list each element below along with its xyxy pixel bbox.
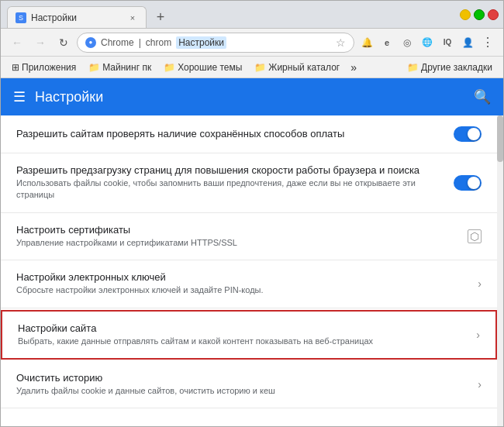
address-path: chrom bbox=[146, 37, 171, 48]
payment-toggle-knob bbox=[468, 128, 480, 140]
apps-icon: ⊞ bbox=[12, 62, 19, 73]
settings-item-keys-desc: Сбросьте настройки электронных ключей и … bbox=[16, 284, 465, 296]
settings-item-certificates-desc: Управление настройками и сертификатами H… bbox=[16, 237, 455, 249]
settings-item-history-text: Очистить историю Удалить файлы cookie и … bbox=[16, 372, 465, 397]
settings-item-site[interactable]: Настройки сайта Выбрать, какие данные от… bbox=[1, 310, 497, 360]
settings-item-preload-action bbox=[454, 175, 482, 191]
address-highlight: Настройки bbox=[176, 36, 226, 49]
bookmark-mining-label: Майнинг пк bbox=[102, 62, 151, 73]
other-bookmarks[interactable]: 📁 Другие закладки bbox=[402, 60, 497, 74]
site-arrow-icon: › bbox=[476, 329, 480, 341]
settings-header: ☰ Настройки 🔍 bbox=[1, 78, 503, 115]
settings-item-history-title: Очистить историю bbox=[16, 372, 465, 384]
preload-toggle[interactable] bbox=[454, 175, 482, 191]
settings-item-payment-action bbox=[454, 126, 482, 142]
scrollbar[interactable] bbox=[497, 115, 503, 426]
settings-item-history-action: › bbox=[478, 378, 482, 391]
settings-item-preload-title: Разрешить предзагрузку страниц для повыш… bbox=[16, 164, 441, 176]
close-button[interactable] bbox=[488, 9, 499, 20]
nav-icons-group: 🔔 e ◎ 🌐 IQ 👤 ⋮ bbox=[357, 33, 497, 52]
tab-label: Настройки bbox=[31, 12, 77, 23]
active-tab[interactable]: S Настройки × bbox=[7, 6, 147, 28]
title-bar: S Настройки × + bbox=[1, 1, 503, 29]
scrollbar-thumb[interactable] bbox=[497, 115, 503, 162]
keys-arrow-icon: › bbox=[478, 277, 482, 290]
settings-item-keys-action: › bbox=[478, 277, 482, 290]
bookmark-mining[interactable]: 📁 Майнинг пк bbox=[84, 60, 156, 74]
settings-item-history[interactable]: Очистить историю Удалить файлы cookie и … bbox=[1, 361, 497, 408]
settings-search-icon[interactable]: 🔍 bbox=[474, 88, 491, 105]
notification-icon[interactable]: 🔔 bbox=[357, 33, 376, 52]
settings-item-keys-text: Настройки электронных ключей Сбросьте на… bbox=[16, 271, 465, 296]
back-button[interactable]: ← bbox=[7, 33, 27, 53]
bookmark-catalog-label: Жирный каталог bbox=[268, 62, 340, 73]
window-controls bbox=[455, 1, 503, 28]
bookmarks-bar: ⊞ Приложения 📁 Майнинг пк 📁 Хорошие темы… bbox=[1, 57, 503, 78]
history-arrow-icon: › bbox=[478, 378, 482, 391]
settings-item-site-text: Настройки сайта Выбрать, какие данные от… bbox=[18, 322, 464, 347]
settings-item-site-title: Настройки сайта bbox=[18, 322, 464, 334]
browser-window: S Настройки × + ← → ↻ ● Chrome | chrom Н… bbox=[0, 0, 504, 427]
settings-item-keys[interactable]: Настройки электронных ключей Сбросьте на… bbox=[1, 260, 497, 308]
settings-content: Разрешить сайтам проверять наличие сохра… bbox=[1, 115, 503, 426]
folder-icon-1: 📁 bbox=[88, 62, 100, 73]
bookmark-apps-label: Приложения bbox=[22, 62, 76, 73]
bookmark-apps[interactable]: ⊞ Приложения bbox=[7, 60, 81, 74]
settings-item-certificates-text: Настроить сертификаты Управление настрой… bbox=[16, 224, 455, 249]
settings-page-title: Настройки bbox=[35, 89, 464, 105]
settings-item-site-desc: Выбрать, какие данные отправлять сайтам … bbox=[18, 336, 464, 347]
iq-icon[interactable]: IQ bbox=[438, 33, 457, 52]
settings-item-preload[interactable]: Разрешить предзагрузку страниц для повыш… bbox=[1, 153, 497, 213]
other-bookmarks-icon: 📁 bbox=[407, 62, 419, 73]
tab-favicon: S bbox=[16, 12, 26, 23]
address-separator: | bbox=[139, 37, 141, 48]
bookmark-catalog[interactable]: 📁 Жирный каталог bbox=[250, 60, 344, 74]
payment-toggle[interactable] bbox=[454, 126, 482, 142]
settings-item-certificates-action: ⬡ bbox=[468, 229, 482, 243]
address-bar[interactable]: ● Chrome | chrom Настройки ☆ bbox=[77, 33, 354, 53]
extension-icon-e[interactable]: e bbox=[378, 33, 396, 52]
settings-item-preload-text: Разрешить предзагрузку страниц для повыш… bbox=[16, 164, 441, 201]
tabs-area: S Настройки × + bbox=[1, 1, 455, 28]
new-tab-button[interactable]: + bbox=[150, 6, 171, 28]
external-link-icon: ⬡ bbox=[468, 229, 482, 243]
settings-item-payment-title: Разрешить сайтам проверять наличие сохра… bbox=[16, 128, 441, 139]
tab-close-button[interactable]: × bbox=[127, 12, 138, 23]
folder-icon-2: 📁 bbox=[164, 62, 175, 73]
settings-item-history-desc: Удалить файлы cookie и данные сайтов, оч… bbox=[16, 385, 465, 397]
other-bookmarks-label: Другие закладки bbox=[421, 62, 492, 73]
profile-icon[interactable]: 👤 bbox=[458, 33, 477, 52]
forward-button[interactable]: → bbox=[30, 33, 50, 53]
preload-toggle-knob bbox=[468, 177, 480, 189]
bookmark-themes[interactable]: 📁 Хорошие темы bbox=[159, 60, 247, 74]
settings-item-payment[interactable]: Разрешить сайтам проверять наличие сохра… bbox=[1, 115, 497, 153]
translate-icon[interactable]: 🌐 bbox=[418, 33, 437, 52]
navigation-bar: ← → ↻ ● Chrome | chrom Настройки ☆ 🔔 e ◎… bbox=[1, 29, 503, 57]
settings-item-site-action: › bbox=[476, 329, 480, 341]
settings-list: Разрешить сайтам проверять наличие сохра… bbox=[1, 115, 497, 426]
settings-item-certificates[interactable]: Настроить сертификаты Управление настрой… bbox=[1, 213, 497, 260]
bookmark-themes-label: Хорошие темы bbox=[178, 62, 242, 73]
star-icon[interactable]: ☆ bbox=[336, 36, 346, 49]
address-site-name: Chrome bbox=[101, 37, 134, 48]
maximize-button[interactable] bbox=[474, 9, 485, 20]
settings-menu-icon[interactable]: ☰ bbox=[13, 88, 26, 105]
extension-icon-circle[interactable]: ◎ bbox=[398, 33, 416, 52]
settings-item-preload-desc: Использовать файлы cookie, чтобы запомни… bbox=[16, 177, 441, 201]
bookmarks-more-button[interactable]: » bbox=[347, 60, 360, 75]
reload-button[interactable]: ↻ bbox=[54, 33, 74, 53]
site-favicon: ● bbox=[85, 37, 96, 48]
settings-item-certificates-title: Настроить сертификаты bbox=[16, 224, 455, 236]
menu-button[interactable]: ⋮ bbox=[478, 33, 497, 52]
minimize-button[interactable] bbox=[460, 9, 471, 20]
settings-item-payment-text: Разрешить сайтам проверять наличие сохра… bbox=[16, 128, 441, 141]
folder-icon-3: 📁 bbox=[254, 62, 266, 73]
settings-item-keys-title: Настройки электронных ключей bbox=[16, 271, 465, 283]
